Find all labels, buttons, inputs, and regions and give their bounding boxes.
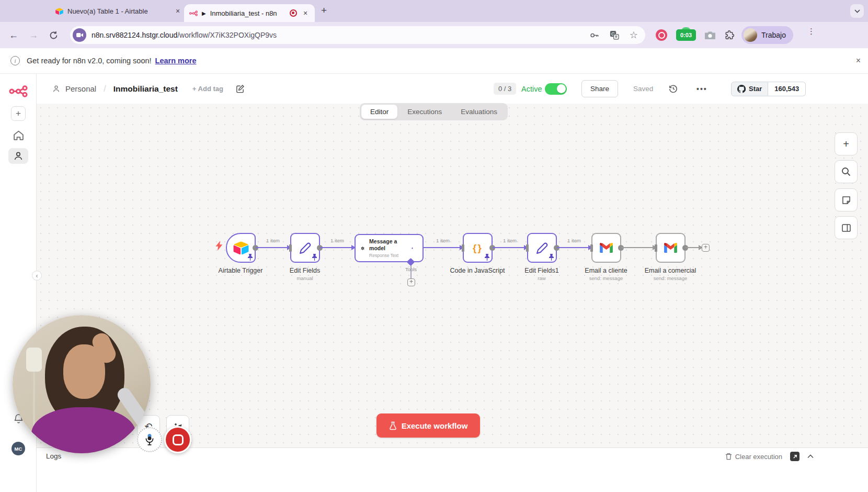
- sticky-note-rail-button[interactable]: [835, 188, 858, 211]
- back-button[interactable]: ←: [7, 29, 20, 41]
- node-message-a-model[interactable]: Message a model Response Text: [355, 234, 424, 262]
- input-port: [526, 244, 529, 252]
- active-label: Active: [521, 74, 542, 104]
- github-star-widget[interactable]: Star 160,543: [731, 74, 806, 104]
- trash-icon: [725, 453, 732, 460]
- openai-icon: [361, 241, 364, 255]
- connection[interactable]: [621, 247, 656, 248]
- browser-tabstrip: Nuevo(a) Table 1 - Airtable × ▶ Inmobili…: [0, 0, 868, 22]
- logs-label[interactable]: Logs: [46, 452, 61, 460]
- sidebar-collapse-handle[interactable]: ‹: [32, 271, 42, 281]
- tab-search-chevron-icon[interactable]: [850, 4, 864, 18]
- add-node-rail-button[interactable]: +: [835, 132, 858, 155]
- n8n-favicon: [189, 10, 198, 16]
- connection[interactable]: [557, 247, 591, 248]
- add-workflow-button[interactable]: +: [0, 106, 37, 121]
- panel-rail-button[interactable]: [835, 216, 858, 239]
- active-toggle[interactable]: [545, 74, 567, 104]
- github-star-count: 160,543: [768, 82, 806, 96]
- search-rail-button[interactable]: [835, 160, 858, 183]
- more-options-icon[interactable]: •••: [696, 74, 707, 104]
- stop-recording-button[interactable]: [164, 426, 191, 453]
- open-logs-popout-icon[interactable]: [790, 452, 800, 461]
- tab-n8n[interactable]: ▶ Inmobiliaria_test - n8n ×: [184, 4, 315, 22]
- close-tab-icon[interactable]: ×: [301, 9, 310, 17]
- airtable-favicon: [55, 8, 63, 15]
- new-tab-button[interactable]: +: [321, 5, 327, 16]
- execute-workflow-button[interactable]: Execute workflow: [376, 413, 480, 438]
- pin-icon: [412, 245, 413, 252]
- breadcrumb-project[interactable]: Personal: [65, 84, 96, 93]
- node-email-a-cliente[interactable]: [591, 233, 621, 263]
- reload-button[interactable]: [47, 29, 60, 41]
- pencil-icon: [299, 241, 312, 255]
- input-port: [289, 244, 292, 252]
- microphone-icon: [145, 433, 154, 446]
- tab-executions[interactable]: Executions: [398, 105, 451, 119]
- node-email-a-comercial[interactable]: [656, 233, 686, 263]
- execution-counter: 0 / 3: [494, 74, 516, 104]
- sidebar-item-personal[interactable]: [0, 148, 37, 164]
- learn-more-link[interactable]: Learn more: [155, 57, 197, 65]
- edit-note-icon[interactable]: [236, 84, 245, 93]
- banner-text: Get ready for n8n v2.0, coming soon!: [27, 57, 152, 65]
- connection-items-label: 1 item: [558, 238, 590, 243]
- node-edit-fields1[interactable]: [527, 233, 557, 263]
- close-tab-icon[interactable]: ×: [174, 7, 182, 15]
- background-lamp: [26, 348, 42, 372]
- microphone-button[interactable]: [137, 427, 162, 452]
- node-code-in-javascript[interactable]: {}: [463, 233, 493, 263]
- tab-editor[interactable]: Editor: [361, 105, 397, 119]
- share-button[interactable]: Share: [581, 74, 618, 104]
- extensions-puzzle-icon[interactable]: [724, 30, 734, 40]
- workflow-name[interactable]: Inmobiliaria_test: [113, 84, 178, 94]
- n8n-logo[interactable]: [0, 85, 37, 97]
- clear-execution-button[interactable]: Clear execution: [725, 453, 782, 461]
- connection[interactable]: [256, 247, 290, 248]
- profile-name: Trabajo: [761, 31, 786, 39]
- stop-icon: [173, 434, 184, 445]
- trigger-bolt-icon: [215, 241, 223, 251]
- node-label: Email a comercialsend: message: [629, 267, 712, 281]
- browser-menu-icon[interactable]: ⋮: [807, 29, 812, 33]
- bookmark-star-icon[interactable]: ☆: [630, 29, 638, 41]
- saved-status: Saved: [633, 74, 653, 104]
- input-port: [655, 244, 657, 252]
- github-star-label: Star: [749, 85, 762, 93]
- add-tool-button[interactable]: +: [407, 278, 415, 286]
- banner-close-icon[interactable]: ×: [856, 56, 861, 65]
- red-extension-icon[interactable]: [656, 29, 667, 41]
- password-key-icon[interactable]: [589, 30, 599, 40]
- camera-extension-icon[interactable]: [705, 31, 715, 40]
- person-icon: [52, 85, 60, 93]
- connection[interactable]: [320, 247, 355, 248]
- tab-airtable[interactable]: Nuevo(a) Table 1 - Airtable ×: [55, 2, 182, 20]
- execute-workflow-label: Execute workflow: [402, 421, 468, 430]
- pin-icon: [484, 254, 490, 261]
- video-camera-icon[interactable]: [73, 28, 86, 42]
- workflow-canvas[interactable]: 1 item Airtable Trigger 1 item Edit Fiel…: [37, 104, 868, 448]
- browser-profile-chip[interactable]: Trabajo: [741, 26, 793, 44]
- history-icon[interactable]: [668, 74, 678, 104]
- translate-icon[interactable]: G: [610, 30, 619, 40]
- pin-icon: [312, 254, 317, 261]
- mode-tabs: Editor Executions Evaluations: [360, 103, 508, 120]
- recording-timer-badge[interactable]: 0:03: [676, 29, 696, 41]
- chevron-up-icon[interactable]: [807, 454, 814, 459]
- breadcrumb: Personal / Inmobiliaria_test + Add tag: [52, 74, 245, 104]
- sidebar-item-home[interactable]: [0, 130, 37, 141]
- add-tag-button[interactable]: + Add tag: [192, 85, 223, 93]
- node-airtable-trigger[interactable]: [226, 233, 256, 263]
- n8n-v2-banner: i Get ready for n8n v2.0, coming soon! L…: [0, 48, 868, 74]
- node-edit-fields[interactable]: [290, 233, 320, 263]
- connection[interactable]: [424, 247, 463, 248]
- forward-button[interactable]: →: [27, 29, 40, 41]
- tools-label: Tools: [395, 266, 427, 272]
- flask-icon: [389, 421, 397, 430]
- connection[interactable]: [493, 247, 527, 248]
- user-avatar[interactable]: MC: [0, 442, 37, 455]
- logs-panel[interactable]: Logs Clear execution: [37, 448, 868, 492]
- add-node-button[interactable]: +: [702, 244, 710, 252]
- address-bar[interactable]: n8n.srv882124.hstgr.cloud/workflow/X7iK3…: [70, 26, 645, 44]
- tab-evaluations[interactable]: Evaluations: [452, 105, 506, 119]
